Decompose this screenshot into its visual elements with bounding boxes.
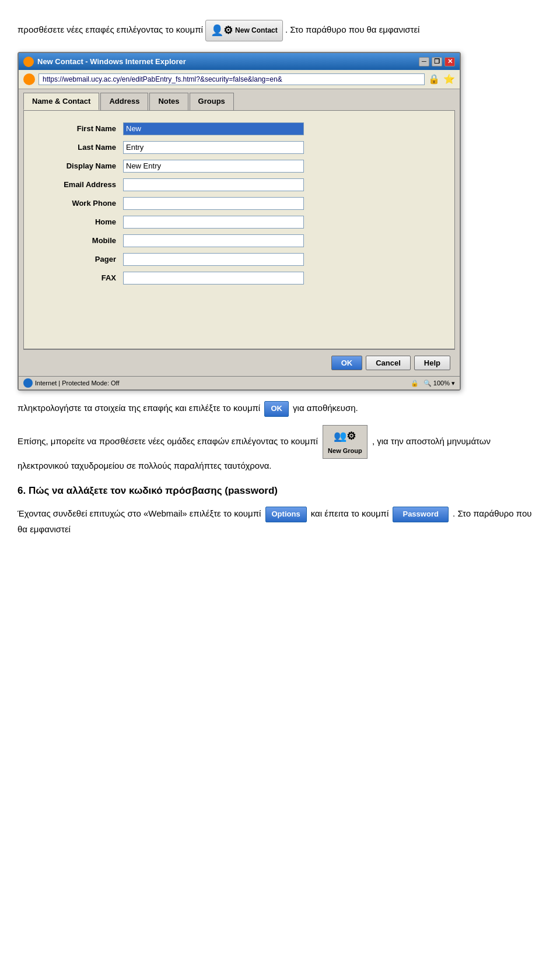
ie-browser-window: New Contact - Windows Internet Explorer … bbox=[18, 52, 461, 391]
form-row-pager: Pager bbox=[41, 253, 437, 266]
new-contact-label: New Contact bbox=[235, 25, 278, 36]
ie-title: New Contact - Windows Internet Explorer bbox=[23, 56, 186, 68]
label-pager: Pager bbox=[41, 254, 123, 265]
input-firstname[interactable] bbox=[123, 122, 304, 135]
section-6-text-1: Έχοντας συνδεθεί επιτυχώς στο «Webmail» … bbox=[18, 508, 261, 518]
form-body: First Name Last Name Display Name bbox=[23, 110, 455, 349]
label-workphone: Work Phone bbox=[41, 198, 123, 209]
ie-statusbar: Internet | Protected Mode: Off 🔒 🔍 100% … bbox=[19, 376, 460, 390]
input-lastname[interactable] bbox=[123, 141, 304, 154]
ie-addressbar: 🔒 ⭐ bbox=[19, 70, 460, 89]
form-row-mobile: Mobile bbox=[41, 234, 437, 247]
ie-titlebar: New Contact - Windows Internet Explorer … bbox=[19, 53, 460, 71]
form-row-home: Home bbox=[41, 216, 437, 229]
tab-address[interactable]: Address bbox=[100, 93, 148, 110]
intro-text-1: προσθέσετε νέες επαφές επιλέγοντας το κο… bbox=[18, 24, 203, 34]
ie-title-text: New Contact - Windows Internet Explorer bbox=[37, 56, 186, 68]
new-contact-icon: 👤⚙ bbox=[211, 22, 233, 39]
address-input[interactable] bbox=[38, 73, 425, 85]
input-email[interactable] bbox=[123, 178, 304, 191]
zoom-dropdown[interactable]: 🔍 100% ▾ bbox=[424, 378, 455, 388]
new-group-label: New Group bbox=[328, 446, 362, 456]
lock-icon: 🔒 bbox=[428, 72, 440, 86]
input-displayname[interactable] bbox=[123, 160, 304, 173]
input-workphone[interactable] bbox=[123, 197, 304, 210]
input-home[interactable] bbox=[123, 216, 304, 229]
minimize-button[interactable]: ─ bbox=[419, 57, 429, 66]
save-text-2: για αποθήκευση. bbox=[293, 403, 358, 413]
new-contact-button[interactable]: 👤⚙ New Contact bbox=[205, 20, 283, 41]
help-button[interactable]: Help bbox=[414, 356, 450, 370]
label-home: Home bbox=[41, 216, 123, 228]
section-6-heading: 6. Πώς να αλλάξετε τον κωδικό πρόσβασης … bbox=[18, 483, 542, 498]
ie-status-text: Internet | Protected Mode: Off bbox=[35, 378, 120, 388]
intro-paragraph: προσθέσετε νέες επαφές επιλέγοντας το κο… bbox=[18, 20, 542, 41]
form-tabs: Name & Contact Address Notes Groups bbox=[19, 89, 460, 110]
intro-text-2: . Στο παράθυρο που θα εμφανιστεί bbox=[285, 24, 420, 34]
ie-globe-icon bbox=[23, 378, 33, 388]
save-paragraph: πληκτρολογήστε τα στοιχεία της επαφής κα… bbox=[18, 401, 542, 417]
new-group-button[interactable]: 👥⚙ New Group bbox=[323, 425, 368, 459]
save-text-1: πληκτρολογήστε τα στοιχεία της επαφής κα… bbox=[18, 403, 260, 413]
tab-notes[interactable]: Notes bbox=[149, 93, 188, 110]
ie-browser-icon bbox=[23, 57, 34, 67]
form-row-firstname: First Name bbox=[41, 122, 437, 135]
form-row-workphone: Work Phone bbox=[41, 197, 437, 210]
close-button[interactable]: ✕ bbox=[444, 57, 455, 66]
contact-form-window: Name & Contact Address Notes Groups Firs… bbox=[19, 89, 460, 376]
label-displayname: Display Name bbox=[41, 160, 123, 172]
options-inline-button: Options bbox=[265, 507, 307, 522]
lock-status-icon: 🔒 bbox=[411, 378, 419, 388]
section-6-paragraph: Έχοντας συνδεθεί επιτυχώς στο «Webmail» … bbox=[18, 507, 542, 536]
form-spacer bbox=[41, 290, 437, 337]
ie-status-left: Internet | Protected Mode: Off bbox=[23, 378, 120, 388]
ie-star-icon: ⭐ bbox=[443, 72, 455, 86]
ie-window-controls[interactable]: ─ ❐ ✕ bbox=[419, 57, 455, 66]
input-mobile[interactable] bbox=[123, 234, 304, 247]
form-row-fax: FAX bbox=[41, 272, 437, 284]
ok-inline-button: OK bbox=[264, 401, 289, 417]
label-lastname: Last Name bbox=[41, 142, 123, 153]
input-fax[interactable] bbox=[123, 272, 304, 284]
form-row-displayname: Display Name bbox=[41, 160, 437, 173]
form-row-email: Email Address bbox=[41, 178, 437, 191]
label-fax: FAX bbox=[41, 272, 123, 284]
ie-status-right: 🔒 🔍 100% ▾ bbox=[411, 378, 455, 388]
tab-groups[interactable]: Groups bbox=[190, 93, 234, 110]
groups-paragraph: Επίσης, μπορείτε να προσθέσετε νέες ομάδ… bbox=[18, 425, 542, 473]
form-row-lastname: Last Name bbox=[41, 141, 437, 154]
label-firstname: First Name bbox=[41, 123, 123, 135]
password-inline-button: Password bbox=[393, 507, 448, 522]
new-group-icon: 👥⚙ bbox=[334, 428, 356, 445]
label-email: Email Address bbox=[41, 179, 123, 191]
input-pager[interactable] bbox=[123, 253, 304, 266]
label-mobile: Mobile bbox=[41, 235, 123, 247]
groups-text-1: Επίσης, μπορείτε να προσθέσετε νέες ομάδ… bbox=[18, 436, 318, 446]
ie-logo-icon bbox=[23, 73, 35, 85]
restore-button[interactable]: ❐ bbox=[432, 57, 442, 66]
ok-button[interactable]: OK bbox=[331, 356, 363, 370]
tab-name-contact[interactable]: Name & Contact bbox=[23, 93, 99, 110]
section-6-text-2: και έπειτα το κουμπί bbox=[311, 508, 389, 518]
cancel-button[interactable]: Cancel bbox=[366, 356, 411, 370]
form-footer: OK Cancel Help bbox=[23, 349, 455, 376]
